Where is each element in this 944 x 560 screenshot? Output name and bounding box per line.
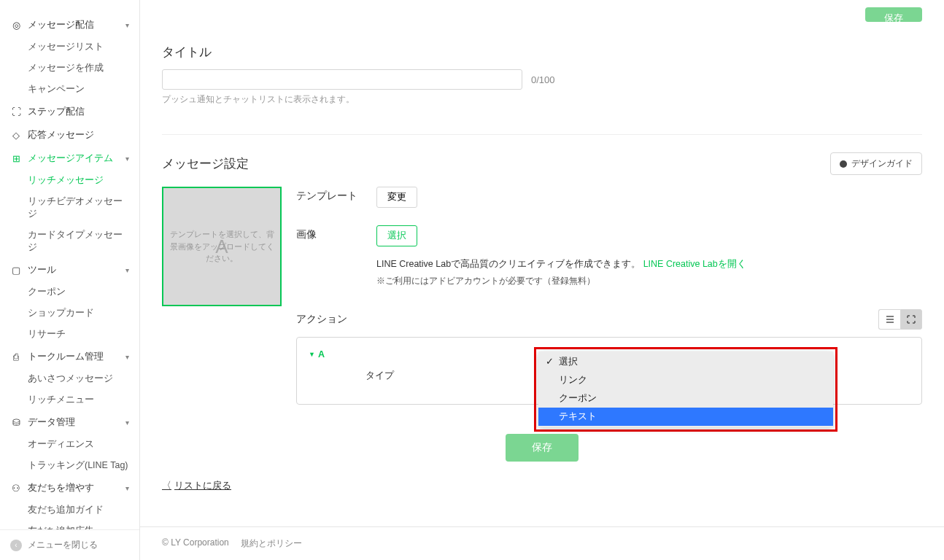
- nav-group-2[interactable]: ◇応答メッセージ: [0, 123, 139, 147]
- footer-copyright: © LY Corporation: [162, 537, 229, 550]
- nav-group-label: 友だちを増やす: [28, 481, 94, 494]
- nav-group-label: データ管理: [28, 416, 75, 429]
- back-to-list-link[interactable]: 〈 リストに戻る: [162, 479, 231, 492]
- nav-icon: ⛁: [10, 416, 22, 428]
- nav-icon: ◇: [10, 129, 22, 141]
- check-icon: ✓: [546, 356, 554, 367]
- nav-group-label: トークルーム管理: [28, 350, 104, 363]
- action-area-label: A: [318, 349, 325, 359]
- type-dropdown-highlight: ✓選択リンククーポンテキスト: [534, 347, 837, 432]
- nav-child[interactable]: リッチビデオメッセージ: [0, 191, 139, 225]
- dropdown-option[interactable]: クーポン: [538, 389, 833, 408]
- type-dropdown[interactable]: ✓選択リンククーポンテキスト: [538, 351, 833, 427]
- title-hint: プッシュ通知とチャットリストに表示されます。: [162, 94, 922, 105]
- chevron-down-icon: ▾: [125, 155, 129, 163]
- design-guide-label: デザインガイド: [851, 158, 913, 170]
- nav-icon: ⚇: [10, 482, 22, 494]
- chevron-down-icon: ▾: [125, 353, 129, 361]
- action-area-toggle[interactable]: ▼ A: [309, 349, 325, 359]
- info-icon: [840, 160, 847, 168]
- nav-icon: ⎙: [10, 351, 22, 362]
- nav: ◎メッセージ配信▾メッセージリストメッセージを作成キャンペーン⛶ステップ配信◇応…: [0, 13, 139, 529]
- nav-child[interactable]: クーポン: [0, 281, 139, 303]
- image-select-button[interactable]: 選択: [376, 225, 417, 246]
- footer-policy-link[interactable]: 規約とポリシー: [241, 537, 302, 550]
- divider: [162, 134, 922, 135]
- chevron-down-icon: ▾: [125, 484, 129, 492]
- title-heading: タイトル: [162, 44, 922, 61]
- nav-group-label: メッセージ配信: [28, 18, 94, 31]
- nav-child[interactable]: メッセージリスト: [0, 36, 139, 58]
- nav-icon: ⊞: [10, 152, 22, 164]
- creative-lab-link[interactable]: LINE Creative Labを開く: [643, 259, 746, 269]
- nav-group-label: メッセージアイテム: [28, 152, 113, 165]
- action-label: アクション: [296, 313, 347, 326]
- expand-icon: [906, 314, 916, 324]
- chevron-left-icon: 〈: [162, 479, 171, 492]
- nav-child[interactable]: トラッキング(LINE Tag): [0, 455, 139, 476]
- nav-icon: ▢: [10, 264, 22, 276]
- nav-child[interactable]: 友だち追加広告: [0, 521, 139, 529]
- template-preview[interactable]: A テンプレートを選択して、背景画像をアップロードしてください。: [162, 187, 282, 306]
- design-guide-button[interactable]: デザインガイド: [830, 152, 922, 175]
- footer: © LY Corporation 規約とポリシー: [140, 526, 944, 560]
- nav-child[interactable]: オーディエンス: [0, 434, 139, 455]
- title-section: タイトル 0/100 プッシュ通知とチャットリストに表示されます。: [162, 44, 922, 105]
- nav-group-label: ツール: [28, 263, 56, 276]
- save-button-top[interactable]: 保存: [865, 7, 922, 22]
- template-change-button[interactable]: 変更: [376, 187, 417, 208]
- nav-icon: ◎: [10, 19, 22, 31]
- sidebar: ◎メッセージ配信▾メッセージリストメッセージを作成キャンペーン⛶ステップ配信◇応…: [0, 0, 140, 560]
- image-label: 画像: [296, 225, 376, 241]
- nav-group-5[interactable]: ⎙トークルーム管理▾: [0, 345, 139, 368]
- sidebar-collapse-label: メニューを閉じる: [28, 539, 98, 551]
- chevron-down-icon: ▾: [125, 266, 129, 274]
- nav-group-7[interactable]: ⚇友だちを増やす▾: [0, 476, 139, 499]
- nav-child[interactable]: リッチメニュー: [0, 389, 139, 411]
- nav-child[interactable]: キャンペーン: [0, 79, 139, 100]
- nav-child[interactable]: 友だち追加ガイド: [0, 499, 139, 521]
- template-label: テンプレート: [296, 187, 376, 203]
- dropdown-option[interactable]: ✓選択: [538, 353, 833, 371]
- type-label: タイプ: [365, 370, 394, 382]
- nav-child[interactable]: あいさつメッセージ: [0, 368, 139, 389]
- nav-child[interactable]: ショップカード: [0, 303, 139, 324]
- nav-group-label: ステップ配信: [28, 105, 85, 118]
- chevron-left-icon: ‹: [10, 540, 22, 551]
- view-list-button[interactable]: [878, 309, 900, 330]
- nav-group-3[interactable]: ⊞メッセージアイテム▾: [0, 147, 139, 170]
- save-button-main[interactable]: 保存: [506, 434, 579, 462]
- dropdown-option[interactable]: リンク: [538, 371, 833, 389]
- main: 保存 タイトル 0/100 プッシュ通知とチャットリストに表示されます。 メッセ…: [140, 0, 944, 560]
- template-placeholder-text: テンプレートを選択して、背景画像をアップロードしてください。: [163, 228, 280, 265]
- image-note: ※ご利用にはアドビアカウントが必要です（登録無料）: [376, 275, 922, 287]
- back-link-label: リストに戻る: [174, 479, 231, 492]
- nav-group-4[interactable]: ▢ツール▾: [0, 258, 139, 281]
- list-icon: [885, 314, 895, 324]
- nav-group-1[interactable]: ⛶ステップ配信: [0, 100, 139, 123]
- nav-group-label: 応答メッセージ: [28, 128, 94, 141]
- message-heading: メッセージ設定: [162, 155, 249, 172]
- dropdown-option[interactable]: テキスト: [538, 408, 833, 426]
- sidebar-collapse[interactable]: ‹ メニューを閉じる: [0, 529, 139, 560]
- view-toggles: [878, 309, 922, 330]
- chevron-down-icon: ▾: [125, 21, 129, 29]
- nav-group-0[interactable]: ◎メッセージ配信▾: [0, 13, 139, 36]
- nav-icon: ⛶: [10, 106, 22, 117]
- content: タイトル 0/100 プッシュ通知とチャットリストに表示されます。 メッセージ設…: [140, 22, 944, 526]
- title-input[interactable]: [162, 69, 522, 90]
- chevron-down-icon: ▼: [309, 351, 315, 358]
- image-desc-text: LINE Creative Labで高品質のクリエイティブを作成できます。: [376, 259, 641, 269]
- nav-child[interactable]: リッチメッセージ: [0, 170, 139, 191]
- nav-child[interactable]: リサーチ: [0, 324, 139, 345]
- chevron-down-icon: ▾: [125, 419, 129, 427]
- topbar: 保存: [140, 0, 944, 22]
- nav-group-6[interactable]: ⛁データ管理▾: [0, 411, 139, 434]
- view-expand-button[interactable]: [900, 309, 922, 330]
- nav-child[interactable]: メッセージを作成: [0, 58, 139, 79]
- nav-child[interactable]: カードタイプメッセージ: [0, 225, 139, 258]
- title-char-counter: 0/100: [531, 74, 555, 85]
